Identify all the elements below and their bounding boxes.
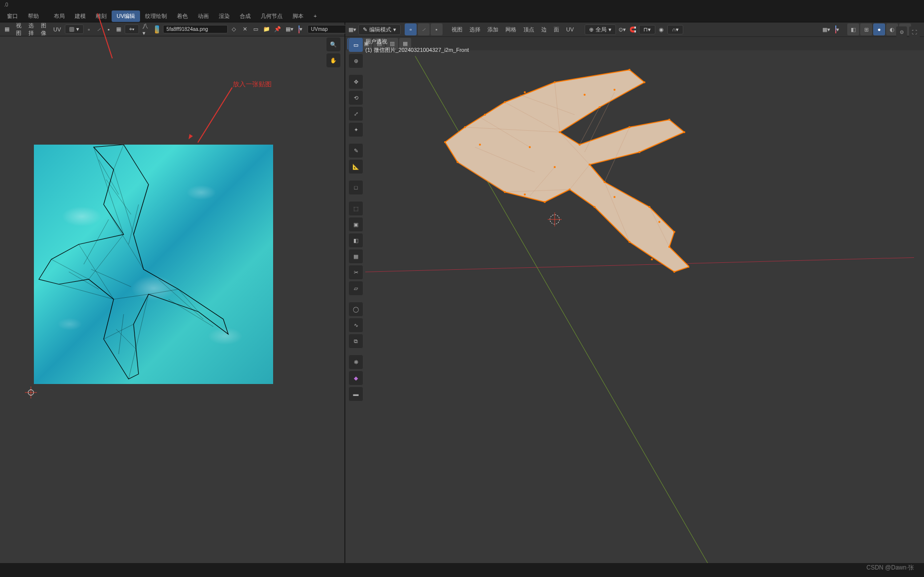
ws-geonodes[interactable]: 几何节点 — [256, 10, 288, 22]
ws-scripting[interactable]: 脚本 — [288, 10, 308, 22]
perspective-label: 用户透视 (1) 微信图片_20240321004327_i2m_Front — [365, 37, 469, 54]
v3d-menu-select[interactable]: 选择 — [466, 24, 483, 35]
uv-snap[interactable]: ⌖▾ — [125, 24, 139, 34]
viewport-3d[interactable]: 用户透视 (1) 微信图片_20240321004327_i2m_Front — [365, 37, 914, 563]
uv-pivot[interactable]: 八▾ — [140, 24, 150, 34]
tool-cursor-icon[interactable]: ⊕ — [348, 53, 363, 68]
image-icon[interactable] — [152, 24, 162, 34]
uv-channels-icon[interactable]: ▦▾ — [285, 24, 295, 34]
image-name-input[interactable] — [163, 25, 228, 33]
uv-sel-vert[interactable]: ▫ — [85, 24, 93, 34]
uv-menu-select[interactable]: 选择 — [25, 20, 37, 38]
svg-line-10 — [149, 289, 178, 294]
tool-smooth-icon[interactable]: ∿ — [348, 318, 363, 333]
tool-inset-icon[interactable]: ▣ — [348, 217, 363, 232]
ws-add[interactable]: + — [308, 11, 321, 21]
uv-sel-face[interactable]: ▪ — [105, 24, 113, 34]
svg-line-5 — [51, 259, 89, 279]
editor-type-icon[interactable]: ▦ — [2, 24, 12, 34]
uv-sel-island[interactable]: ▦ — [114, 24, 124, 34]
uv-color-icon[interactable]: ▾ — [296, 24, 306, 34]
tool-shear-icon[interactable]: ◆ — [348, 371, 363, 385]
work-area: ▦ 视图 选择 图像 UV ▾ ▫ ⟋ ▪ ▦ ⌖▾ 八▾ ◇ ✕ ▭ 📁 📌 … — [0, 22, 924, 563]
tool-spin-icon[interactable]: ◯ — [348, 302, 363, 317]
tool-polybuild-icon[interactable]: ▱ — [348, 281, 363, 296]
ws-modeling[interactable]: 建模 — [70, 10, 91, 22]
svg-line-22 — [116, 329, 136, 349]
uv-texture-image[interactable] — [34, 145, 273, 384]
svg-line-7 — [114, 294, 149, 299]
tool-addcube-icon[interactable]: □ — [348, 180, 363, 195]
image-new-icon[interactable]: ▭ — [251, 24, 261, 34]
tool-measure-icon[interactable]: 📐 — [348, 159, 363, 174]
tool-shrink-icon[interactable]: ❋ — [348, 355, 363, 370]
tool-move-icon[interactable]: ✥ — [348, 74, 363, 89]
cursor-2d — [25, 386, 37, 398]
v3d-menu-view[interactable]: 视图 — [449, 24, 465, 35]
image-unlink-icon[interactable]: ✕ — [240, 24, 250, 34]
arrow-to-image — [197, 87, 233, 143]
gizmo-options-icon[interactable]: ⚙ — [896, 26, 907, 37]
axis-y-pos — [540, 272, 765, 563]
tool-slide-icon[interactable]: ⧉ — [348, 334, 363, 349]
v3d-menu-edge[interactable]: 边 — [538, 24, 550, 35]
pivot-icon[interactable]: ⊙▾ — [617, 24, 627, 34]
uv-menu-uv[interactable]: UV — [50, 25, 64, 34]
ws-uv-editing[interactable]: UV编辑 — [112, 10, 140, 22]
toolbar-3d: ▭ ⊕ ✥ ⟲ ⤢ ✦ ✎ 📐 □ ⬚ ▣ ◧ ▦ ✂ ▱ ◯ ∿ ⧉ ❋ ◆ — [348, 37, 363, 401]
mesh-display-icon[interactable]: ▦▾ — [821, 24, 831, 34]
orientation-dropdown[interactable]: ⊕ 全局 ▾ — [585, 24, 616, 35]
mode-dropdown[interactable]: ✎ 编辑模式 ▾ — [358, 24, 401, 35]
prop-edit-icon[interactable]: ◉ — [656, 24, 666, 34]
zoom-icon[interactable]: 🔍 — [326, 37, 340, 51]
svg-point-60 — [594, 206, 596, 208]
tool-transform-icon[interactable]: ✦ — [348, 122, 363, 137]
uv-menu-view[interactable]: 视图 — [13, 20, 24, 38]
svg-point-50 — [683, 131, 685, 133]
uv-mesh-overlay — [34, 145, 273, 384]
editor3d-type-icon[interactable]: ▦▾ — [347, 24, 357, 34]
tool-knife-icon[interactable]: ✂ — [348, 265, 363, 280]
v3d-menu-add[interactable]: 添加 — [484, 24, 501, 35]
image-open-icon[interactable]: 📁 — [262, 24, 272, 34]
gizmo-maximize-icon[interactable]: ⛶ — [909, 26, 920, 37]
prop-falloff[interactable]: ∩▾ — [667, 25, 683, 34]
snap-icon[interactable]: 🧲 — [628, 24, 638, 34]
ws-compositing[interactable]: 合成 — [235, 10, 256, 22]
tool-annotate-icon[interactable]: ✎ — [348, 143, 363, 158]
uv-menu-image[interactable]: 图像 — [38, 20, 49, 38]
sel-vert-icon[interactable]: ▫ — [405, 23, 417, 35]
v3d-menu-vertex[interactable]: 顶点 — [520, 24, 537, 35]
ws-rendering[interactable]: 渲染 — [214, 10, 235, 22]
svg-point-71 — [479, 144, 481, 146]
ws-texture-paint[interactable]: 纹理绘制 — [140, 10, 172, 22]
image-browse-icon[interactable]: ◇ — [229, 24, 239, 34]
uv-sync-dropdown[interactable]: ▾ — [65, 24, 84, 34]
snap-type[interactable]: ⊓▾ — [639, 25, 655, 34]
xray-icon[interactable]: ◧ — [847, 23, 859, 35]
pan-icon[interactable]: ✋ — [326, 53, 340, 67]
ws-animation[interactable]: 动画 — [193, 10, 214, 22]
tool-loopcut-icon[interactable]: ▦ — [348, 249, 363, 264]
svg-point-47 — [579, 144, 581, 146]
sel-edge-icon[interactable]: ⟋ — [418, 23, 430, 35]
shading-solid-icon[interactable]: ● — [873, 23, 885, 35]
overlay-toggle-icon[interactable]: ▾ — [832, 24, 842, 34]
svg-point-54 — [648, 206, 650, 208]
shading-wire-icon[interactable]: ⊞ — [860, 23, 872, 35]
tool-select-icon[interactable]: ▭ — [348, 37, 363, 52]
tool-rotate-icon[interactable]: ⟲ — [348, 90, 363, 105]
v3d-menu-mesh[interactable]: 网格 — [502, 24, 519, 35]
pin-icon[interactable]: 📌 — [273, 24, 283, 34]
tool-extrude-icon[interactable]: ⬚ — [348, 201, 363, 216]
v3d-menu-face[interactable]: 面 — [551, 24, 562, 35]
sel-face-icon[interactable]: ▪ — [431, 23, 443, 35]
ws-shading[interactable]: 着色 — [172, 10, 193, 22]
tool-scale-icon[interactable]: ⤢ — [348, 106, 363, 121]
tool-rip-icon[interactable]: ▬ — [348, 386, 363, 401]
ws-sculpt[interactable]: 雕刻 — [91, 10, 112, 22]
v3d-menu-uv[interactable]: UV — [563, 25, 577, 34]
svg-line-16 — [69, 272, 99, 289]
ws-layout[interactable]: 布局 — [49, 10, 70, 22]
tool-bevel-icon[interactable]: ◧ — [348, 233, 363, 248]
